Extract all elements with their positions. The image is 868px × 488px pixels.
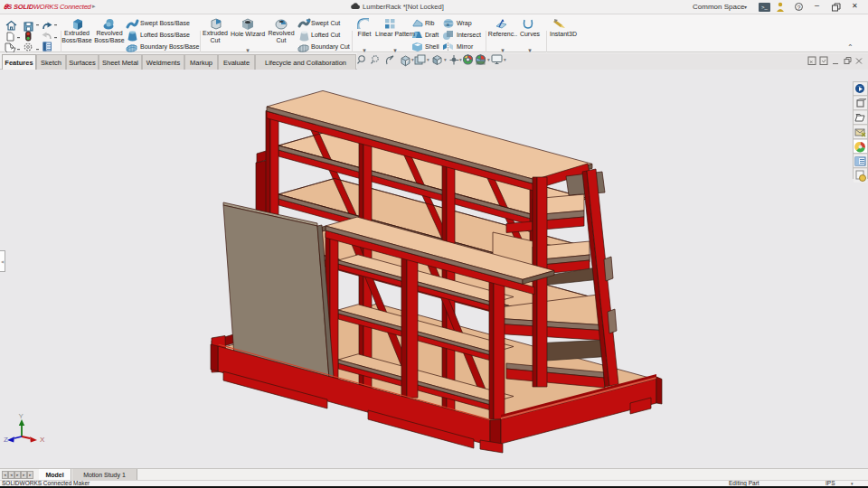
svg-text:▾: ▾	[427, 57, 429, 62]
svg-text:▾: ▾	[459, 57, 462, 62]
svg-text:▾: ▾	[444, 57, 447, 62]
svg-text:X: X	[40, 436, 45, 444]
svg-text:Y: Y	[19, 412, 24, 420]
svg-text:▾: ▾	[411, 57, 414, 62]
svg-text:▾: ▾	[504, 57, 506, 62]
svg-text:▾: ▾	[487, 57, 490, 62]
svg-text:Z: Z	[4, 436, 8, 444]
